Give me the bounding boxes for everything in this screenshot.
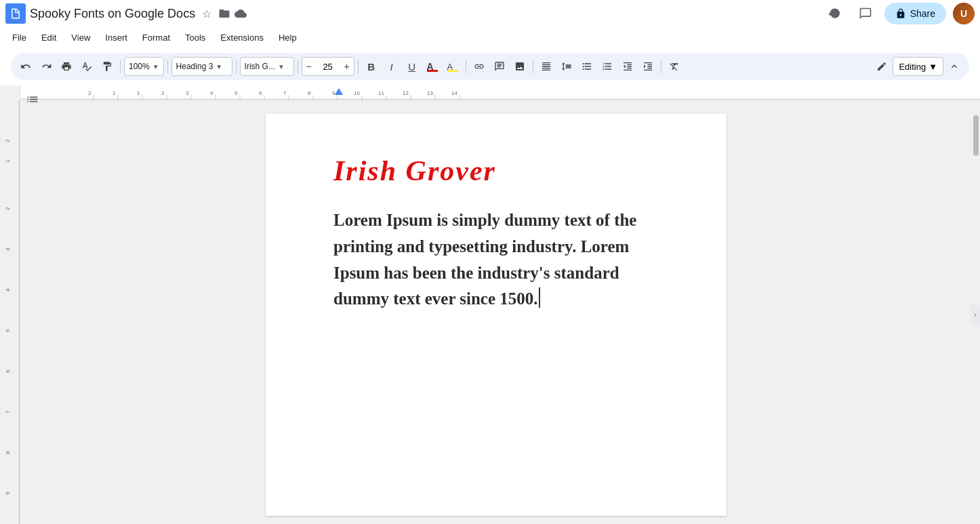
divider-5 — [358, 60, 359, 73]
font-name-select[interactable]: Irish G... ▼ — [240, 57, 294, 76]
main-area: 2 1 2 3 4 5 6 7 8 9 10 11 Irish G — [0, 100, 980, 524]
scrollbar-thumb[interactable] — [973, 115, 979, 156]
left-ruler: 2 1 2 3 4 5 6 7 8 9 10 11 — [0, 100, 20, 524]
highlight-button[interactable]: A — [443, 57, 462, 76]
svg-text:14: 14 — [451, 90, 457, 96]
font-name-value: Irish G... — [245, 62, 275, 71]
svg-text:6: 6 — [5, 369, 11, 373]
insert-image-button[interactable] — [510, 57, 529, 76]
add-comment-button[interactable] — [490, 57, 509, 76]
document-page[interactable]: Irish Grover Lorem Ipsum is simply dummy… — [266, 114, 727, 516]
svg-text:3: 3 — [5, 247, 11, 251]
share-button[interactable]: Share — [884, 3, 946, 24]
redo-button[interactable] — [37, 57, 56, 76]
toolbar: 100% ▼ Heading 3 ▼ Irish G... ▼ − + B I … — [11, 53, 969, 80]
cloud-icon — [234, 7, 247, 20]
menu-edit[interactable]: Edit — [35, 30, 63, 45]
collapse-panel-button[interactable]: › — [971, 305, 980, 325]
svg-text:9: 9 — [5, 491, 11, 495]
underline-button[interactable]: U — [403, 57, 422, 76]
menu-extensions[interactable]: Extensions — [213, 30, 270, 45]
svg-text:10: 10 — [354, 90, 360, 96]
star-icon[interactable]: ☆ — [202, 7, 214, 20]
folder-icon[interactable] — [218, 7, 230, 20]
comment-button[interactable] — [853, 1, 878, 26]
numbered-list-button[interactable] — [598, 57, 617, 76]
svg-text:5: 5 — [5, 329, 11, 332]
svg-text:5: 5 — [234, 90, 238, 96]
editing-label: Editing — [899, 62, 926, 72]
history-button[interactable] — [822, 1, 846, 26]
document-body[interactable]: Lorem Ipsum is simply dummy text of the … — [333, 207, 672, 313]
svg-text:2: 2 — [5, 207, 11, 210]
ruler: 2 1 1 2 3 4 5 6 7 8 9 10 11 12 13 14 — [0, 85, 980, 100]
svg-text:7: 7 — [283, 90, 287, 96]
svg-marker-33 — [335, 88, 343, 95]
document-heading: Irish Grover — [333, 155, 672, 187]
zoom-arrow-icon: ▼ — [152, 63, 159, 70]
menu-view[interactable]: View — [64, 30, 97, 45]
divider-4 — [298, 60, 298, 73]
menu-file[interactable]: File — [5, 30, 33, 45]
menu-tools[interactable]: Tools — [178, 30, 212, 45]
paint-format-button[interactable] — [98, 57, 117, 76]
share-label: Share — [910, 8, 935, 19]
menu-help[interactable]: Help — [272, 30, 304, 45]
heading-style-value: Heading 3 — [176, 62, 213, 71]
editing-arrow-icon: ▼ — [928, 62, 937, 72]
bullet-list-button[interactable] — [577, 57, 596, 76]
divider-1 — [120, 60, 121, 73]
divider-6 — [466, 60, 466, 73]
svg-text:12: 12 — [403, 90, 409, 96]
title-bar: Spooky Fonts on Google Docs ☆ Share U — [0, 0, 980, 27]
svg-text:8: 8 — [5, 451, 11, 454]
indent-increase-button[interactable] — [638, 57, 657, 76]
font-size-minus-button[interactable]: − — [302, 58, 316, 75]
left-ruler-svg: 2 1 2 3 4 5 6 7 8 9 10 11 — [0, 100, 20, 524]
svg-text:13: 13 — [427, 90, 433, 96]
bold-button[interactable]: B — [362, 57, 381, 76]
title-icons: ☆ — [202, 7, 247, 20]
svg-text:4: 4 — [210, 90, 213, 96]
svg-text:3: 3 — [186, 90, 189, 96]
svg-text:1: 1 — [137, 90, 140, 96]
svg-text:4: 4 — [5, 288, 11, 291]
svg-text:8: 8 — [308, 90, 311, 96]
expand-button[interactable] — [945, 57, 964, 76]
divider-2 — [167, 60, 168, 73]
italic-button[interactable]: I — [382, 57, 401, 76]
doc-area[interactable]: Irish Grover Lorem Ipsum is simply dummy… — [20, 100, 972, 524]
print-button[interactable] — [57, 57, 76, 76]
document-title: Spooky Fonts on Google Docs — [30, 7, 195, 21]
clear-format-button[interactable] — [665, 57, 684, 76]
outline-icon[interactable] — [26, 100, 39, 111]
spellcheck-button[interactable] — [77, 57, 96, 76]
line-spacing-button[interactable] — [557, 57, 576, 76]
text-color-button[interactable]: A — [423, 57, 442, 76]
svg-text:7: 7 — [5, 410, 11, 414]
editing-button[interactable]: Editing ▼ — [893, 57, 943, 76]
menu-insert[interactable]: Insert — [98, 30, 134, 45]
link-button[interactable] — [470, 57, 489, 76]
menu-format[interactable]: Format — [136, 30, 177, 45]
heading-arrow-icon: ▼ — [216, 63, 222, 70]
font-size-input[interactable] — [316, 62, 340, 72]
align-button[interactable] — [537, 57, 556, 76]
svg-text:1: 1 — [113, 90, 116, 96]
svg-text:2: 2 — [88, 90, 91, 96]
header-right: Share U — [822, 1, 975, 26]
zoom-select[interactable]: 100% ▼ — [124, 57, 164, 76]
svg-text:2: 2 — [161, 90, 165, 96]
user-avatar[interactable]: U — [953, 3, 975, 24]
indent-decrease-button[interactable] — [618, 57, 637, 76]
divider-7 — [533, 60, 533, 73]
vertical-scrollbar[interactable]: › — [972, 100, 980, 524]
svg-text:1: 1 — [5, 159, 11, 163]
svg-text:6: 6 — [259, 90, 262, 96]
undo-button[interactable] — [16, 57, 35, 76]
docs-logo — [5, 3, 26, 24]
svg-text:2: 2 — [5, 139, 11, 142]
menu-bar: File Edit View Insert Format Tools Exten… — [0, 27, 980, 47]
font-size-plus-button[interactable]: + — [340, 58, 354, 75]
heading-style-select[interactable]: Heading 3 ▼ — [171, 57, 232, 76]
